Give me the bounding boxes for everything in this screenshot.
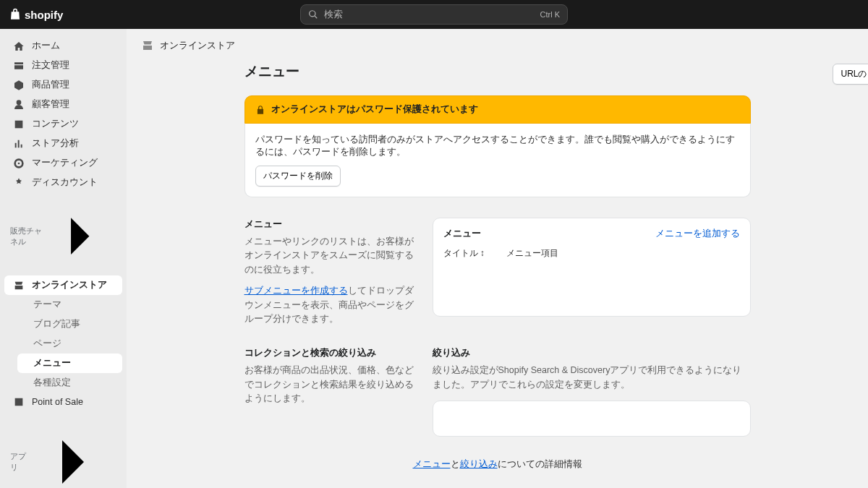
page-title: メニュー [244, 62, 299, 81]
main-content: オンラインストア メニュー URLのリダイレクトを表示 オンラインストアはパスワ… [127, 29, 868, 488]
sidebar-item-home[interactable]: ホーム [4, 36, 122, 56]
menu-section-description: メニュー メニューやリンクのリストは、お客様がオンラインストアをスムーズに閲覧す… [244, 218, 418, 326]
orders-icon [13, 60, 25, 72]
sidebar-item-orders[interactable]: 注文管理 [4, 56, 122, 75]
sidebar-item-online-store[interactable]: オンラインストア [4, 275, 122, 295]
home-icon [13, 40, 25, 52]
add-menu-button[interactable]: メニューを追加する [655, 228, 740, 240]
create-submenu-link[interactable]: サブメニューを作成する [244, 286, 348, 296]
menu-table-header: タイトル ↕ メニュー項目 [443, 247, 740, 264]
banner-title: オンラインストアはパスワード保護されています [271, 103, 478, 116]
topbar: shopify 検索 Ctrl K [0, 0, 868, 29]
sidebar-sub-theme[interactable]: テーマ [17, 295, 122, 314]
filter-card-title: 絞り込み [433, 346, 751, 359]
sidebar-section-apps: アプリ [0, 411, 127, 488]
chevron-right-icon[interactable] [30, 419, 116, 488]
sidebar-item-discounts[interactable]: ディスカウント [4, 173, 122, 192]
sidebar-item-pos[interactable]: Point of Sale [4, 393, 122, 411]
banner-description: パスワードを知っている訪問者のみがストアへアクセスすることができます。誰でも閲覧… [255, 134, 740, 158]
footer-link-menu[interactable]: メニュー [413, 459, 451, 469]
customers-icon [13, 99, 25, 111]
search-icon [308, 9, 318, 20]
content-icon [13, 119, 25, 130]
password-banner: オンラインストアはパスワード保護されています パスワードを知っている訪問者のみが… [244, 95, 751, 197]
brand-name: shopify [25, 9, 63, 21]
store-icon [141, 39, 154, 52]
search-container: 検索 Ctrl K [300, 4, 568, 25]
products-icon [13, 80, 25, 91]
breadcrumb: オンラインストア [127, 29, 868, 62]
sidebar-item-customers[interactable]: 顧客管理 [4, 95, 122, 114]
menu-section-title: メニュー [244, 218, 418, 231]
page-header: メニュー [244, 62, 751, 81]
sidebar: ホーム 注文管理 商品管理 顧客管理 コンテンツ ストア分析 マーケティング デ… [0, 29, 127, 488]
sidebar-item-analytics[interactable]: ストア分析 [4, 134, 122, 153]
remove-password-button[interactable]: パスワードを削除 [255, 166, 341, 187]
sidebar-sub-blog[interactable]: ブログ記事 [17, 314, 122, 334]
filter-section-title: コレクションと検索の絞り込み [244, 346, 418, 359]
search-shortcut: Ctrl K [540, 10, 561, 19]
sidebar-item-content[interactable]: コンテンツ [4, 114, 122, 134]
logo[interactable]: shopify [9, 7, 63, 22]
footer-link-filter[interactable]: 絞り込み [460, 459, 498, 469]
filter-section-description: コレクションと検索の絞り込み お客様が商品の出品状況、価格、色などでコレクション… [244, 346, 418, 437]
col-items: メニュー項目 [506, 247, 558, 260]
store-icon [13, 280, 25, 291]
sidebar-sub-settings[interactable]: 各種設定 [17, 373, 122, 393]
menu-table-body [443, 264, 740, 307]
marketing-icon [13, 158, 25, 169]
filter-card [433, 401, 751, 437]
lock-icon [255, 105, 265, 115]
shopify-bag-icon [9, 7, 22, 22]
sidebar-sub-menu[interactable]: メニュー [17, 354, 122, 373]
discounts-icon [13, 177, 25, 189]
sort-icon: ↕ [480, 248, 485, 258]
footer-info: メニューと絞り込みについての詳細情報 [244, 458, 751, 471]
menu-card: メニュー メニューを追加する タイトル ↕ メニュー項目 [433, 218, 751, 317]
menu-card-title: メニュー [443, 227, 481, 240]
online-store-submenu: テーマ ブログ記事 ページ メニュー 各種設定 [13, 295, 127, 393]
search-input[interactable]: 検索 Ctrl K [300, 4, 568, 25]
chevron-right-icon[interactable] [43, 200, 116, 273]
col-title[interactable]: タイトル ↕ [443, 247, 485, 260]
sidebar-item-products[interactable]: 商品管理 [4, 75, 122, 95]
analytics-icon [13, 138, 25, 150]
sidebar-sub-pages[interactable]: ページ [17, 334, 122, 354]
pos-icon [13, 396, 25, 408]
url-redirect-button[interactable]: URLのリダイレクトを表示 [833, 64, 868, 85]
breadcrumb-text: オンラインストア [160, 39, 235, 52]
search-placeholder: 検索 [324, 8, 343, 21]
sidebar-section-channels: 販売チャネル [0, 192, 127, 275]
sidebar-item-marketing[interactable]: マーケティング [4, 153, 122, 173]
filter-block: 絞り込み 絞り込み設定がShopify Search & Discoveryアプ… [433, 346, 751, 437]
